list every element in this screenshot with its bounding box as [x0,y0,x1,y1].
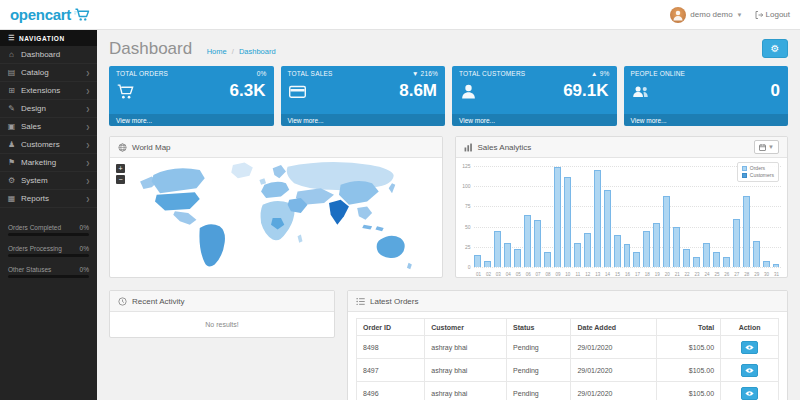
sidebar-item-system[interactable]: ⚙System❯ [0,172,97,190]
order-action-cell [721,359,779,382]
sidebar-stat: Orders Processing0% [8,245,89,257]
map-zoom-in-button[interactable]: + [116,164,125,173]
opencart-logo[interactable]: opencart [10,6,90,23]
user-name: demo demo [690,10,732,19]
tile-label: TOTAL CUSTOMERS [459,70,525,77]
stat-value: 0% [80,266,89,273]
latest-orders-body: Order IDCustomerStatusDate AddedTotalAct… [348,312,787,400]
sidebar-item-marketing[interactable]: ⚑Marketing❯ [0,154,97,172]
table-row: 8497ashray bhaiPending29/01/2020$105.00 [357,359,779,382]
chart-xtick-label: 20 [662,272,672,277]
breadcrumb-dashboard-link[interactable]: Dashboard [239,47,276,56]
tile-view-more-link[interactable]: View more... [452,114,617,126]
chart-xtick-label: 14 [603,272,613,277]
order-date-added: 29/01/2020 [571,359,657,382]
chart-range-button[interactable]: ▼ [754,140,779,154]
view-order-button[interactable] [741,387,758,400]
sidebar-item-label: Design [21,104,46,113]
breadcrumb: Home / Dashboard [207,47,276,56]
sidebar: ☰ NAVIGATION ⌂Dashboard▤Catalog❯⊞Extensi… [0,30,97,400]
world-map-panel-header: World Map [110,137,442,158]
tile-label: PEOPLE ONLINE [631,70,686,77]
page-header: Dashboard Home / Dashboard ⚙ [109,30,788,66]
chart-bar [683,249,690,267]
sidebar-menu: ⌂Dashboard▤Catalog❯⊞Extensions❯✎Design❯▣… [0,46,97,208]
chart-bar [534,220,541,267]
chart-bar [594,170,601,267]
sidebar-item-extensions[interactable]: ⊞Extensions❯ [0,82,97,100]
recent-activity-panel-header: Recent Activity [110,291,334,312]
order-id: 8498 [357,336,425,359]
sidebar-item-reports[interactable]: ▦Reports❯ [0,190,97,208]
order-status: Pending [507,336,571,359]
order-id: 8496 [357,382,425,400]
sidebar-item-label: Reports [21,194,49,203]
sidebar-item-label: Marketing [21,158,56,167]
logout-icon [755,11,763,19]
tile-view-more-link[interactable]: View more... [109,114,274,126]
bar-chart-icon [464,143,473,152]
tile-view-more-link[interactable]: View more... [281,114,446,126]
cart-logo-icon [74,8,90,21]
stat-tiles-row: TOTAL ORDERS0%6.3KView more...TOTAL SALE… [109,66,788,126]
map-zoom-controls: + − [116,164,125,186]
sidebar-item-label: Sales [21,122,41,131]
chart-bar [733,219,740,267]
sidebar-item-catalog[interactable]: ▤Catalog❯ [0,64,97,82]
sidebar-item-label: Dashboard [21,50,60,59]
dashboard-icon: ⌂ [7,50,16,59]
design-icon: ✎ [7,104,16,113]
sidebar-item-sales[interactable]: ▣Sales❯ [0,118,97,136]
logout-button[interactable]: Logout [755,10,790,19]
tile-label: TOTAL SALES [288,70,333,77]
chart-gridline [474,267,782,268]
order-status: Pending [507,382,571,400]
chart-bar [673,227,680,267]
catalog-icon: ▤ [7,68,16,77]
eye-icon [745,344,754,351]
user-menu[interactable]: demo demo ▼ [670,7,742,23]
stat-progress-bar [8,254,89,257]
world-map[interactable] [126,160,426,276]
world-map-body: + − [110,158,442,278]
order-action-cell [721,382,779,400]
chart-xtick-label: 16 [623,272,633,277]
sidebar-item-design[interactable]: ✎Design❯ [0,100,97,118]
chevron-right-icon: ❯ [86,70,90,76]
table-row: 8498ashray bhaiPending29/01/2020$105.00 [357,336,779,359]
people-icon [632,83,649,100]
view-order-button[interactable] [741,364,758,377]
breadcrumb-home-link[interactable]: Home [207,47,227,56]
tile-delta: 0% [257,70,267,77]
chart-bar [584,233,591,267]
chart-xtick-label: 09 [553,272,563,277]
recent-activity-panel: Recent Activity No results! [109,290,335,338]
chart-xtick-label: 30 [762,272,772,277]
tile-delta: ▼ 216% [412,70,438,77]
top-header: opencart demo demo ▼ Logout [0,0,800,30]
chevron-right-icon: ❯ [86,88,90,94]
orders-column-header: Action [721,319,779,336]
breadcrumb-separator: / [232,47,234,56]
chart-xtick-label: 07 [533,272,543,277]
chevron-down-icon: ▼ [737,12,743,18]
chart-bar [633,252,640,267]
chart-xtick-label: 10 [563,272,573,277]
sales-analytics-panel: Sales Analytics ▼ 0255075100125010203040… [455,136,789,278]
order-status: Pending [507,359,571,382]
stat-tile-people-online: PEOPLE ONLINE0View more... [624,66,789,126]
order-total: $105.00 [657,336,721,359]
chevron-down-icon: ▼ [768,144,774,150]
view-order-button[interactable] [741,341,758,354]
tile-view-more-link[interactable]: View more... [624,114,789,126]
order-total: $105.00 [657,382,721,400]
map-zoom-out-button[interactable]: − [116,175,125,184]
page-title: Dashboard [109,39,192,58]
sidebar-item-customers[interactable]: ♟Customers❯ [0,136,97,154]
sidebar-item-dashboard[interactable]: ⌂Dashboard [0,46,97,64]
orders-column-header: Date Added [571,319,657,336]
stat-value: 0% [80,224,89,231]
tile-label: TOTAL ORDERS [116,70,168,77]
stat-label: Orders Processing [8,245,62,252]
dashboard-settings-button[interactable]: ⚙ [762,39,788,58]
